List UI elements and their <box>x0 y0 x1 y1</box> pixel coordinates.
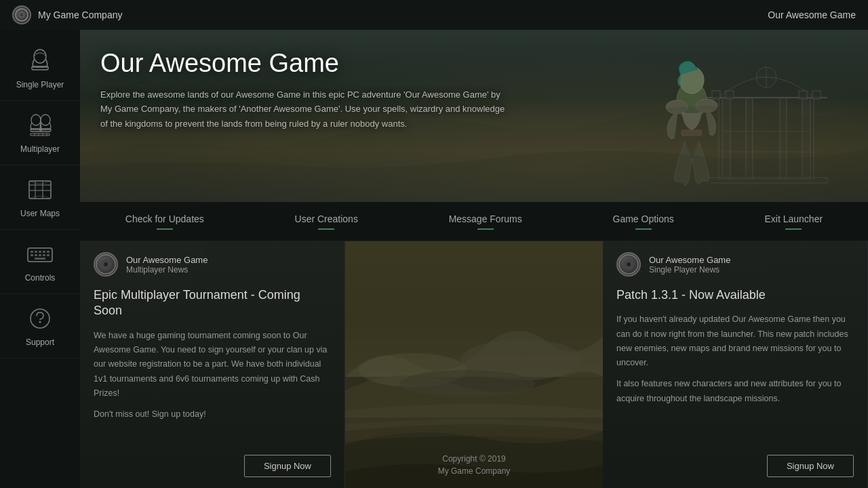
topbar-left: My Game Company <box>12 5 122 24</box>
svg-point-35 <box>31 309 50 328</box>
news-card-single-player-content: Our Awesome Game Single Player News Patc… <box>603 241 867 488</box>
news-section-multiplayer: Multiplayer News <box>126 265 208 274</box>
svg-rect-30 <box>35 254 37 256</box>
news-footer-multiplayer: Signup Now <box>94 448 331 477</box>
landscape-svg <box>345 241 603 488</box>
svg-rect-31 <box>35 258 45 260</box>
news-body-p1-single-player: If you haven't already updated Our Aweso… <box>616 312 854 370</box>
nav-label-message-forums: Message Forums <box>449 214 522 224</box>
nav-underline-user-creations <box>318 228 334 230</box>
news-section-single-player: Single Player News <box>649 265 730 274</box>
sidebar: Single Player Mult <box>0 30 80 488</box>
news-game-name-multiplayer: Our Awesome Game <box>126 255 208 265</box>
news-body-multiplayer: We have a huge gaming tournament coming … <box>94 329 331 448</box>
svg-rect-33 <box>43 254 45 256</box>
copyright-line1: Copyright © 2019 <box>442 454 506 464</box>
sidebar-item-controls[interactable]: Controls <box>0 230 80 294</box>
nav-underline-message-forums <box>477 228 494 230</box>
copyright-text: Copyright © 2019 My Game Company <box>438 453 511 477</box>
news-headline-multiplayer: Epic Multiplayer Tournament - Coming Soo… <box>94 287 331 319</box>
topbar: My Game Company Our Awesome Game <box>0 0 868 30</box>
news-body-p2-single-player: It also features new characters and new … <box>616 377 854 406</box>
sidebar-item-user-maps[interactable]: User Maps <box>0 165 80 230</box>
news-logo-multiplayer <box>94 252 118 277</box>
nav-user-creations[interactable]: User Creations <box>281 208 372 235</box>
news-section: Our Awesome Game Multiplayer News Epic M… <box>80 241 868 488</box>
svg-rect-32 <box>39 254 41 256</box>
svg-rect-34 <box>47 254 50 256</box>
nav-underline-exit-launcher <box>785 228 802 230</box>
sidebar-label-controls: Controls <box>25 273 56 283</box>
news-header-multiplayer: Our Awesome Game Multiplayer News <box>94 252 331 277</box>
svg-rect-25 <box>35 251 37 253</box>
company-name: My Game Company <box>38 9 122 20</box>
news-game-name-single-player: Our Awesome Game <box>649 255 730 265</box>
svg-point-2 <box>20 14 23 16</box>
nav-exit-launcher[interactable]: Exit Launcher <box>751 208 836 235</box>
news-body-p2-multiplayer: Don't miss out! Sign up today! <box>94 407 331 422</box>
hero-text-area: Our Awesome Game Explore the awesome lan… <box>100 49 507 131</box>
single-player-icon <box>24 47 56 75</box>
signup-button-single-player[interactable]: Signup Now <box>767 455 854 477</box>
copyright-line2: My Game Company <box>438 466 511 476</box>
signup-button-multiplayer[interactable]: Signup Now <box>244 455 331 477</box>
nav-message-forums[interactable]: Message Forums <box>435 208 536 235</box>
sidebar-label-support: Support <box>26 338 54 347</box>
nav-underline-check-updates <box>157 228 173 230</box>
news-card-multiplayer-content: Our Awesome Game Multiplayer News Epic M… <box>80 241 344 488</box>
topbar-game-title: Our Awesome Game <box>768 9 856 20</box>
main-content: Our Awesome Game Explore the awesome lan… <box>80 30 868 488</box>
nav-label-check-updates: Check for Updates <box>125 214 204 224</box>
svg-point-72 <box>104 262 108 266</box>
svg-point-87 <box>627 262 631 266</box>
sidebar-item-support[interactable]: Support <box>0 294 80 359</box>
news-header-text-multiplayer: Our Awesome Game Multiplayer News <box>126 255 208 274</box>
svg-point-8 <box>41 115 50 125</box>
svg-point-36 <box>39 321 41 323</box>
svg-point-3 <box>34 49 46 63</box>
sidebar-label-user-maps: User Maps <box>20 209 60 218</box>
nav-underline-game-options <box>635 228 652 230</box>
news-logo-single-player <box>616 252 641 277</box>
news-body-single-player: If you haven't already updated Our Aweso… <box>616 312 854 448</box>
news-header-text-single-player: Our Awesome Game Single Player News <box>649 255 730 274</box>
news-body-p1-multiplayer: We have a huge gaming tournament coming … <box>94 329 331 401</box>
sidebar-item-multiplayer[interactable]: Multiplayer <box>0 101 80 165</box>
sidebar-label-multiplayer: Multiplayer <box>20 144 60 154</box>
svg-point-77 <box>399 370 535 397</box>
navbar: Check for Updates User Creations Message… <box>80 202 868 241</box>
svg-rect-27 <box>43 251 45 253</box>
news-headline-single-player: Patch 1.3.1 - Now Available <box>616 287 854 303</box>
svg-rect-28 <box>47 251 50 253</box>
controls-icon <box>24 241 56 268</box>
nav-label-game-options: Game Options <box>613 214 674 224</box>
news-footer-single-player: Signup Now <box>616 448 854 477</box>
support-icon <box>24 305 56 332</box>
svg-rect-26 <box>39 251 41 253</box>
user-maps-icon <box>24 176 56 203</box>
hero-description: Explore the awesome lands of our Awesome… <box>100 87 507 131</box>
nav-game-options[interactable]: Game Options <box>599 208 688 235</box>
nav-label-exit-launcher: Exit Launcher <box>764 214 823 224</box>
sidebar-item-single-player[interactable]: Single Player <box>0 37 80 101</box>
nav-check-updates[interactable]: Check for Updates <box>112 208 218 235</box>
sidebar-label-single-player: Single Player <box>16 80 64 89</box>
hero-title: Our Awesome Game <box>100 49 507 78</box>
news-card-single-player: Our Awesome Game Single Player News Patc… <box>603 241 868 488</box>
news-card-middle: Copyright © 2019 My Game Company <box>345 241 603 488</box>
svg-rect-29 <box>31 254 33 256</box>
multiplayer-icon <box>24 112 56 139</box>
news-card-multiplayer: Our Awesome Game Multiplayer News Epic M… <box>80 241 345 488</box>
svg-point-6 <box>31 115 41 125</box>
hero-section: Our Awesome Game Explore the awesome lan… <box>80 30 868 202</box>
nav-label-user-creations: User Creations <box>295 214 358 224</box>
svg-rect-24 <box>31 251 33 253</box>
company-logo <box>12 5 31 24</box>
news-header-single-player: Our Awesome Game Single Player News <box>616 252 854 277</box>
